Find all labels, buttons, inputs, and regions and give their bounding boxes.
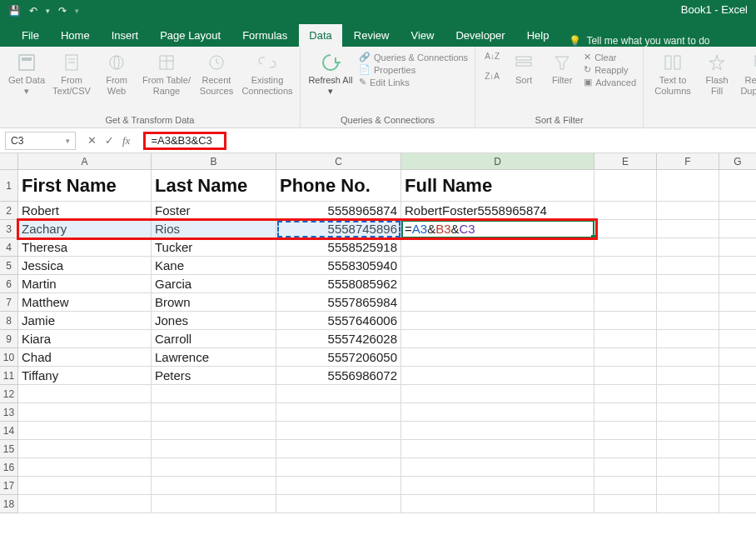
tell-me[interactable]: 💡 Tell me what you want to do — [569, 35, 709, 47]
cell-G9[interactable] — [719, 330, 756, 348]
cell-B9[interactable]: Carroll — [152, 330, 276, 348]
row-header-9[interactable]: 9 — [0, 330, 18, 348]
cell-F14[interactable] — [657, 422, 719, 440]
cell-F17[interactable] — [657, 477, 719, 495]
cell-E9[interactable] — [594, 330, 657, 348]
flash-fill-button[interactable]: Flash Fill — [700, 52, 734, 96]
recent-sources-button[interactable]: Recent Sources — [196, 52, 236, 96]
cell-G7[interactable] — [719, 293, 756, 312]
cell-F9[interactable] — [657, 330, 719, 348]
cell-A1[interactable]: First Name — [18, 170, 152, 202]
properties-item[interactable]: 📄Properties — [359, 64, 468, 75]
cell-B13[interactable] — [152, 403, 276, 422]
cell-E7[interactable] — [594, 293, 657, 312]
cell-C13[interactable] — [276, 403, 401, 422]
cell-C12[interactable] — [276, 385, 401, 403]
cell-C4[interactable]: 5558525918 — [276, 238, 401, 257]
cell-E12[interactable] — [594, 385, 657, 403]
cell-A17[interactable] — [18, 477, 152, 495]
row-header-6[interactable]: 6 — [0, 275, 18, 293]
cell-B1[interactable]: Last Name — [152, 170, 276, 202]
cell-A7[interactable]: Matthew — [18, 293, 152, 312]
row-header-8[interactable]: 8 — [0, 312, 18, 330]
cell-E14[interactable] — [594, 422, 657, 440]
cell-B3[interactable]: Rios — [152, 220, 276, 238]
cell-A14[interactable] — [18, 422, 152, 440]
cell-G15[interactable] — [719, 440, 756, 458]
cell-D14[interactable] — [401, 422, 594, 440]
clear-filter[interactable]: ✕Clear — [584, 52, 636, 62]
tab-review[interactable]: Review — [344, 24, 400, 47]
sort-desc-button[interactable]: Z↓A — [482, 72, 502, 90]
cell-E5[interactable] — [594, 257, 657, 275]
cell-E2[interactable] — [594, 202, 657, 220]
cell-D15[interactable] — [401, 440, 594, 458]
row-header-10[interactable]: 10 — [0, 348, 18, 367]
sort-button[interactable]: Sort — [507, 52, 540, 86]
cell-A12[interactable] — [18, 385, 152, 403]
row-header-4[interactable]: 4 — [0, 238, 18, 257]
cell-G17[interactable] — [719, 477, 756, 495]
cell-D16[interactable] — [401, 458, 594, 477]
remove-duplicates-button[interactable]: Remove Duplicates — [739, 52, 756, 96]
tab-formulas[interactable]: Formulas — [232, 24, 297, 47]
row-header-1[interactable]: 1 — [0, 170, 18, 202]
cell-F12[interactable] — [657, 385, 719, 403]
row-header-3[interactable]: 3 — [0, 220, 18, 238]
cell-F6[interactable] — [657, 275, 719, 293]
row-header-17[interactable]: 17 — [0, 477, 18, 495]
row-header-2[interactable]: 2 — [0, 202, 18, 220]
cell-D1[interactable]: Full Name — [401, 170, 594, 202]
cell-G1[interactable] — [719, 170, 756, 202]
cell-A15[interactable] — [18, 440, 152, 458]
cell-G3[interactable] — [719, 220, 756, 238]
cell-D9[interactable] — [401, 330, 594, 348]
cell-B2[interactable]: Foster — [152, 202, 276, 220]
cell-A4[interactable]: Theresa — [18, 238, 152, 257]
cell-E10[interactable] — [594, 348, 657, 367]
cell-D8[interactable] — [401, 312, 594, 330]
refresh-all-button[interactable]: Refresh All ▾ — [307, 52, 354, 96]
cell-A6[interactable]: Martin — [18, 275, 152, 293]
cell-C7[interactable]: 5557865984 — [276, 293, 401, 312]
cell-D7[interactable] — [401, 293, 594, 312]
fx-icon[interactable]: fx — [122, 134, 130, 148]
advanced-filter[interactable]: ▣Advanced — [584, 77, 636, 88]
select-all-corner[interactable] — [0, 153, 18, 170]
cell-F3[interactable] — [657, 220, 719, 238]
cell-F8[interactable] — [657, 312, 719, 330]
cell-D13[interactable] — [401, 403, 594, 422]
col-header-C[interactable]: C — [276, 153, 401, 170]
cell-E4[interactable] — [594, 238, 657, 257]
tab-data[interactable]: Data — [299, 24, 341, 47]
cell-G10[interactable] — [719, 348, 756, 367]
row-header-14[interactable]: 14 — [0, 422, 18, 440]
cell-D11[interactable] — [401, 367, 594, 385]
cell-B14[interactable] — [152, 422, 276, 440]
cell-F18[interactable] — [657, 495, 719, 513]
cell-A3[interactable]: Zachary — [18, 220, 152, 238]
tab-file[interactable]: File — [12, 24, 49, 47]
tab-help[interactable]: Help — [517, 24, 560, 47]
col-header-E[interactable]: E — [594, 153, 657, 170]
cell-A10[interactable]: Chad — [18, 348, 152, 367]
cell-B15[interactable] — [152, 440, 276, 458]
cell-B4[interactable]: Tucker — [152, 238, 276, 257]
cell-F15[interactable] — [657, 440, 719, 458]
row-header-11[interactable]: 11 — [0, 367, 18, 385]
row-header-16[interactable]: 16 — [0, 458, 18, 477]
col-header-D[interactable]: D — [401, 153, 594, 170]
cell-D5[interactable] — [401, 257, 594, 275]
cell-F2[interactable] — [657, 202, 719, 220]
col-header-B[interactable]: B — [152, 153, 276, 170]
cell-F10[interactable] — [657, 348, 719, 367]
enter-formula-icon[interactable]: ✓ — [105, 134, 114, 147]
row-header-7[interactable]: 7 — [0, 293, 18, 312]
col-header-A[interactable]: A — [18, 153, 152, 170]
redo-icon[interactable]: ↷ — [58, 5, 67, 17]
cell-B11[interactable]: Peters — [152, 367, 276, 385]
cell-F13[interactable] — [657, 403, 719, 422]
cell-F5[interactable] — [657, 257, 719, 275]
cell-D17[interactable] — [401, 477, 594, 495]
row-header-15[interactable]: 15 — [0, 440, 18, 458]
